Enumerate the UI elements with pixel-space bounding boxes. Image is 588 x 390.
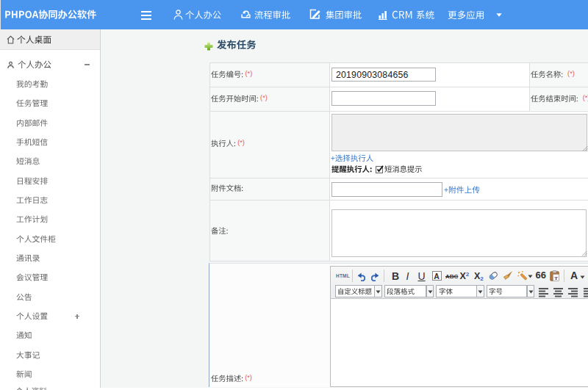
svg-text:T: T bbox=[554, 275, 558, 281]
